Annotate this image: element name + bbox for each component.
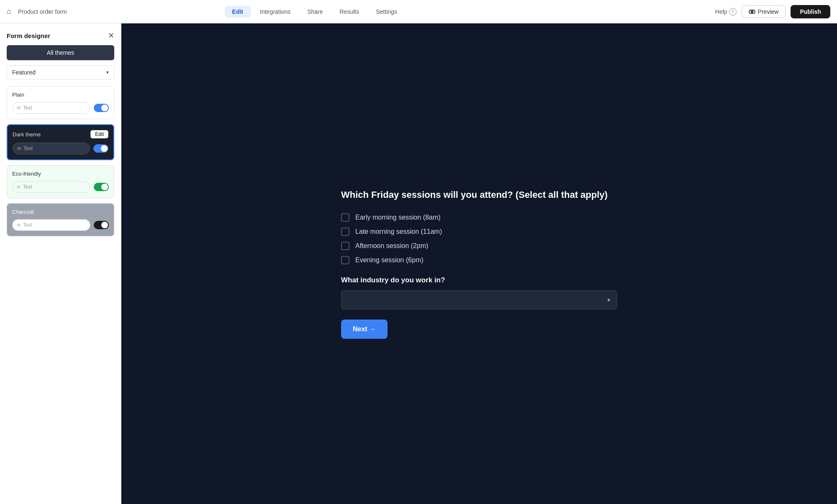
toggle-circle-dark xyxy=(101,145,108,152)
email-icon-eco: ✉ xyxy=(17,184,21,190)
preview-icon xyxy=(749,10,755,14)
checkbox-label-3: Evening session (6pm) xyxy=(355,256,424,264)
checkbox-item-0[interactable]: Early morning session (8am) xyxy=(341,213,617,222)
nav-tabs: Edit Integrations Share Results Settings xyxy=(225,6,405,18)
dark-input-preview: ✉ Text xyxy=(13,143,90,154)
publish-button[interactable]: Publish xyxy=(791,5,830,18)
dark-theme-edit-button[interactable]: Edit xyxy=(90,130,108,138)
eco-theme-name: Eco-friendly xyxy=(12,171,41,177)
charcoal-theme-name: Charcoal xyxy=(12,209,34,215)
checkbox-item-1[interactable]: Late morning session (11am) xyxy=(341,228,617,236)
chevron-down-icon: ▾ xyxy=(106,69,109,75)
toggle-circle xyxy=(101,105,108,111)
checkbox-2[interactable] xyxy=(341,242,349,250)
dark-theme-preview: ✉ Text xyxy=(13,143,108,154)
charcoal-theme-header: Charcoal xyxy=(12,209,109,215)
dark-toggle[interactable] xyxy=(93,144,108,153)
checkbox-item-2[interactable]: Afternoon session (2pm) xyxy=(341,242,617,250)
checkbox-item-3[interactable]: Evening session (6pm) xyxy=(341,256,617,264)
featured-label: Featured xyxy=(12,69,36,76)
eco-theme-preview: ✉ Text xyxy=(12,181,109,193)
form-subquestion: What industry do you work in? xyxy=(341,276,617,284)
charcoal-text-label: Text xyxy=(23,222,32,228)
checkbox-label-2: Afternoon session (2pm) xyxy=(355,242,428,250)
sidebar-title: Form designer xyxy=(7,32,50,39)
help-icon: ? xyxy=(729,8,737,15)
checkbox-0[interactable] xyxy=(341,213,349,222)
plain-theme-header: Plain xyxy=(12,92,109,98)
theme-list: Plain ✉ Text Dark theme Edit xyxy=(0,84,121,504)
help-button[interactable]: Help ? xyxy=(715,8,737,15)
help-label: Help xyxy=(715,8,727,15)
checkbox-label-1: Late morning session (11am) xyxy=(355,228,442,235)
charcoal-toggle[interactable] xyxy=(94,221,109,229)
plain-toggle[interactable] xyxy=(94,104,109,112)
toggle-circle-charcoal xyxy=(101,222,108,228)
next-label: Next → xyxy=(353,325,376,333)
checkbox-3[interactable] xyxy=(341,256,349,264)
preview-label: Preview xyxy=(758,8,779,15)
tab-results[interactable]: Results xyxy=(332,6,367,18)
theme-card-plain[interactable]: Plain ✉ Text xyxy=(7,86,114,119)
email-icon-charcoal: ✉ xyxy=(17,223,21,228)
checkbox-label-0: Early morning session (8am) xyxy=(355,214,441,221)
top-navigation: ⌂ Product order form Edit Integrations S… xyxy=(0,0,837,23)
plain-theme-preview: ✉ Text xyxy=(12,102,109,114)
charcoal-theme-preview: ✉ Text xyxy=(12,219,109,231)
tab-edit[interactable]: Edit xyxy=(225,6,251,18)
featured-dropdown[interactable]: Featured ▾ xyxy=(7,65,114,79)
tab-settings[interactable]: Settings xyxy=(368,6,405,18)
home-icon[interactable]: ⌂ xyxy=(7,7,11,16)
checkbox-1[interactable] xyxy=(341,228,349,236)
all-themes-button[interactable]: All themes xyxy=(7,45,114,60)
plain-text-label: Text xyxy=(23,105,32,111)
eco-theme-header: Eco-friendly xyxy=(12,171,109,177)
charcoal-input-preview: ✉ Text xyxy=(12,219,90,231)
dark-theme-header: Dark theme Edit xyxy=(13,130,108,138)
email-icon: ✉ xyxy=(17,105,21,111)
form-preview-panel: Which Friday sessions will you attend? (… xyxy=(121,23,837,504)
checkbox-list: Early morning session (8am) Late morning… xyxy=(341,213,617,264)
industry-dropdown[interactable]: ▾ xyxy=(341,290,617,310)
theme-card-charcoal[interactable]: Charcoal ✉ Text xyxy=(7,203,114,236)
next-button[interactable]: Next → xyxy=(341,320,388,339)
eco-text-label: Text xyxy=(23,184,32,190)
main-layout: Form designer ✕ All themes Featured ▾ Pl… xyxy=(0,23,837,504)
email-icon-dark: ✉ xyxy=(17,146,21,151)
dark-text-label: Text xyxy=(23,146,33,151)
form-name: Product order form xyxy=(18,8,67,15)
topnav-right: Help ? Preview Publish xyxy=(715,5,830,18)
form-question: Which Friday sessions will you attend? (… xyxy=(341,189,617,202)
dark-theme-name: Dark theme xyxy=(13,131,41,138)
chevron-down-icon: ▾ xyxy=(607,297,610,303)
eco-input-preview: ✉ Text xyxy=(12,181,90,193)
eco-toggle[interactable] xyxy=(94,183,109,191)
theme-card-eco[interactable]: Eco-friendly ✉ Text xyxy=(7,165,114,198)
sidebar-header: Form designer ✕ xyxy=(0,23,121,45)
plain-theme-name: Plain xyxy=(12,92,24,98)
toggle-circle-eco xyxy=(101,184,108,190)
sidebar: Form designer ✕ All themes Featured ▾ Pl… xyxy=(0,23,121,504)
close-button[interactable]: ✕ xyxy=(108,31,114,40)
tab-share[interactable]: Share xyxy=(300,6,330,18)
preview-button[interactable]: Preview xyxy=(742,5,786,18)
theme-card-dark[interactable]: Dark theme Edit ✉ Text xyxy=(7,124,114,160)
form-container: Which Friday sessions will you attend? (… xyxy=(341,172,617,356)
plain-input-preview: ✉ Text xyxy=(12,102,90,114)
tab-integrations[interactable]: Integrations xyxy=(252,6,298,18)
